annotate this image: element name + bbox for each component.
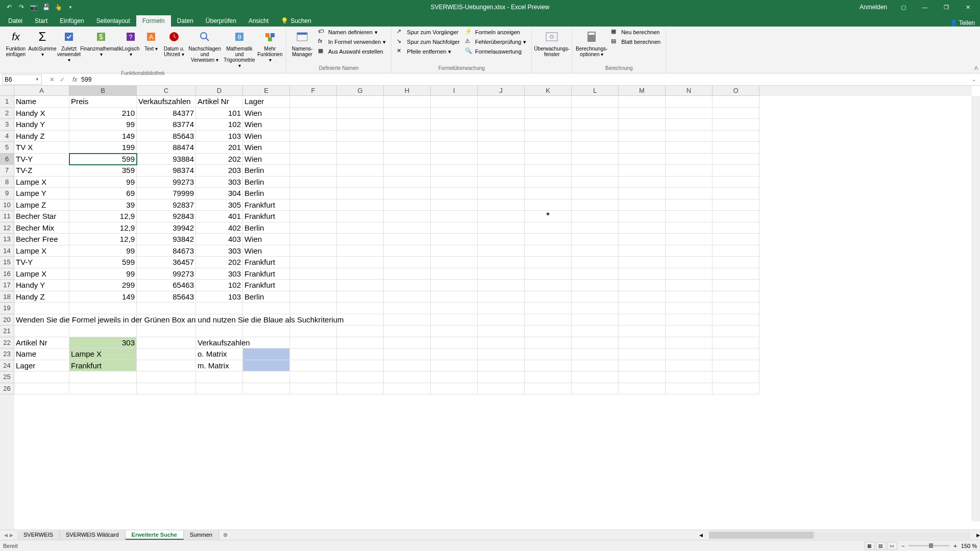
from-sel-label: Aus Auswahl erstellen [328, 48, 383, 55]
tab-datei[interactable]: Datei [2, 15, 29, 27]
date-time-button[interactable]: Datum u. Uhrzeit ▾ [161, 28, 187, 58]
minimize-button[interactable]: — [915, 0, 935, 14]
ribbon-display-icon[interactable]: ▢ [893, 0, 914, 14]
financial-button[interactable]: $ Finanzmathematik ▾ [83, 28, 119, 58]
math-button[interactable]: θ Mathematik und Trigonometrie ▾ [223, 28, 256, 69]
show-formulas-label: Formeln anzeigen [475, 29, 520, 35]
tab-suchen[interactable]: 💡 Suchen [275, 15, 317, 27]
svg-rect-17 [546, 33, 557, 41]
warning-icon: ⚠ [465, 38, 473, 46]
evaluate-formula-button[interactable]: 🔍Formelauswertung [463, 47, 529, 56]
create-from-selection-button[interactable]: ▦Aus Auswahl erstellen [316, 47, 388, 56]
formula-auditing-label: Formelüberwachung [395, 64, 528, 72]
share-button[interactable]: 👤 Teilen [950, 19, 975, 27]
formula-icon: ⚡ [465, 28, 473, 36]
tab-formeln[interactable]: Formeln [136, 15, 171, 27]
financial-label: Finanzmathematik [80, 46, 122, 52]
sheet-icon: ▤ [611, 38, 619, 46]
ribbon: fx Funktion einfügen Σ AutoSumme ▾ Zulet… [0, 27, 980, 73]
use-in-formula-button[interactable]: fxIn Formel verwenden ▾ [316, 37, 388, 46]
remove-icon: ✕ [397, 47, 405, 56]
svg-text:θ: θ [237, 33, 241, 41]
close-button[interactable]: ✕ [958, 0, 978, 14]
touch-icon[interactable]: 👆 [54, 3, 62, 11]
watch-label: Überwachungs-fenster [534, 46, 570, 57]
svg-text:$: $ [99, 33, 103, 41]
trace-prec-label: Spur zum Vorgänger [407, 29, 458, 35]
name-mgr-label: Namens-Manager [290, 46, 314, 57]
autosum-label: AutoSumme [28, 46, 56, 52]
trace-dependents-button[interactable]: ↘Spur zum Nachfolger [395, 37, 461, 46]
camera-icon[interactable]: 📷 [30, 3, 38, 11]
define-name-button[interactable]: 🏷Namen definieren ▾ [316, 28, 388, 37]
undo-icon[interactable]: ↶ [5, 3, 13, 11]
maximize-button[interactable]: ❐ [936, 0, 957, 14]
window-title: SVERWEIS-Uebungen.xlsx - Excel Preview [431, 4, 550, 11]
calc-now-label: Neu berechnen [621, 29, 659, 35]
svg-text:?: ? [129, 34, 133, 41]
arrow-up-icon: ↗ [397, 28, 405, 36]
tab-seitenlayout[interactable]: Seitenlayout [90, 15, 136, 27]
svg-rect-12 [265, 33, 270, 37]
error-checking-button[interactable]: ⚠Fehlerüberprüfung ▾ [463, 37, 529, 46]
trace-precedents-button[interactable]: ↗Spur zum Vorgänger [395, 28, 461, 37]
eval-label: Formelauswertung [475, 48, 522, 55]
svg-text:A: A [149, 33, 154, 41]
text-label: Text [144, 46, 154, 52]
recent-label: Zuletzt verwendet [57, 46, 81, 57]
calc-sheet-label: Blatt berechnen [621, 39, 660, 45]
arrow-down-icon: ↘ [397, 38, 405, 46]
insert-function-label: Funktion einfügen [4, 46, 28, 57]
grid-icon: ▦ [318, 47, 326, 56]
svg-rect-14 [268, 37, 272, 41]
svg-rect-20 [589, 33, 595, 35]
calculate-sheet-button[interactable]: ▤Blatt berechnen [609, 37, 663, 46]
calc-icon: ▦ [611, 28, 619, 36]
bulb-icon: 💡 [281, 17, 288, 24]
name-manager-button[interactable]: Namens-Manager [289, 28, 315, 58]
logical-label: Logisch [122, 46, 139, 52]
remove-arrows-label: Pfeile entfernen [407, 48, 446, 55]
tab-start[interactable]: Start [29, 15, 54, 27]
chevron-down-icon[interactable]: ▼ [66, 3, 75, 11]
tab-einfuegen[interactable]: Einfügen [54, 15, 90, 27]
sign-in-button[interactable]: Anmelden [854, 4, 892, 11]
teilen-label: Teilen [959, 19, 975, 27]
calculation-options-button[interactable]: Berechnungs-optionen ▾ [575, 28, 608, 58]
fx-icon: fx [318, 38, 326, 46]
remove-arrows-button[interactable]: ✕Pfeile entfernen ▾ [395, 47, 461, 56]
error-check-label: Fehlerüberprüfung [475, 39, 522, 45]
function-library-label: Funktionsbibliothek [3, 69, 283, 77]
ribbon-tabs: Datei Start Einfügen Seitenlayout Formel… [0, 14, 980, 27]
autosum-button[interactable]: Σ AutoSumme ▾ [30, 28, 55, 58]
quick-access-toolbar: ↶ ↷ 📷 💾 👆 ▼ [0, 3, 80, 11]
recently-used-button[interactable]: Zuletzt verwendet ▾ [56, 28, 82, 64]
collapse-ribbon-icon[interactable]: ᐱ [974, 65, 978, 71]
tab-ansicht[interactable]: Ansicht [242, 15, 275, 27]
svg-line-9 [206, 38, 209, 41]
lookup-label: Nachschlagen und Verweisen [188, 46, 220, 63]
save-icon[interactable]: 💾 [42, 3, 50, 11]
calculate-now-button[interactable]: ▦Neu berechnen [609, 28, 663, 37]
tab-ueberpruefen[interactable]: Überprüfen [200, 15, 242, 27]
svg-rect-16 [297, 33, 307, 35]
def-name-label: Namen definieren [328, 29, 373, 35]
lookup-button[interactable]: Nachschlagen und Verweisen ▾ [188, 28, 222, 64]
watch-window-button[interactable]: Überwachungs-fenster [535, 28, 569, 58]
logical-button[interactable]: ? Logisch ▾ [120, 28, 141, 58]
show-formulas-button[interactable]: ⚡Formeln anzeigen [463, 28, 529, 37]
chevron-down-icon[interactable]: ▼ [35, 77, 39, 82]
date-label: Datum u. Uhrzeit [164, 46, 185, 57]
trace-dep-label: Spur zum Nachfolger [407, 39, 459, 45]
redo-icon[interactable]: ↷ [17, 3, 26, 11]
tab-daten[interactable]: Daten [171, 15, 200, 27]
titlebar: ↶ ↷ 📷 💾 👆 ▼ SVERWEIS-Uebungen.xlsx - Exc… [0, 0, 980, 14]
svg-rect-0 [65, 33, 73, 41]
math-label: Mathematik und Trigonometrie [224, 46, 255, 63]
insert-function-button[interactable]: fx Funktion einfügen [3, 28, 29, 58]
tag-icon: 🏷 [318, 28, 326, 36]
expand-formula-icon[interactable]: ⌄ [968, 77, 980, 82]
svg-point-18 [550, 35, 553, 38]
more-functions-button[interactable]: Mehr Funktionen ▾ [257, 28, 283, 64]
text-button[interactable]: A Text ▾ [142, 28, 160, 53]
